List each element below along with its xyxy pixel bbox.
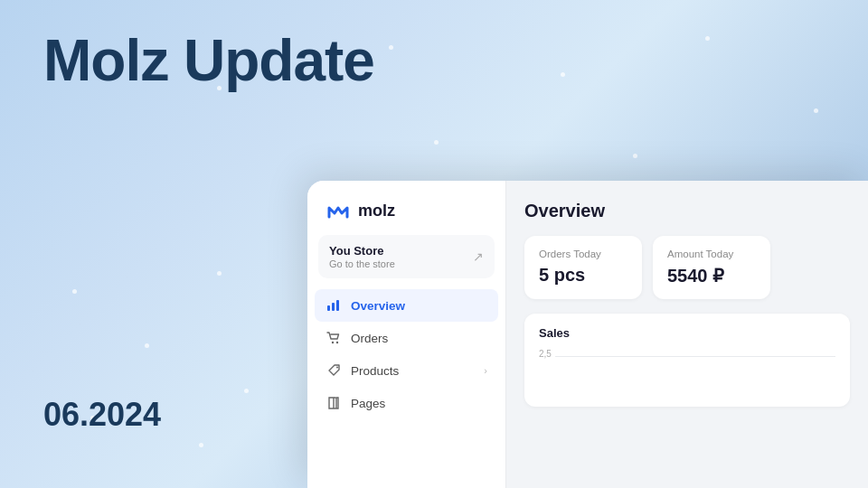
sales-section: Sales 2,5 xyxy=(524,314,850,407)
sidebar-item-overview[interactable]: Overview xyxy=(315,289,498,322)
sales-heading: Sales xyxy=(539,326,835,340)
bg-dot xyxy=(814,108,818,113)
pages-label: Pages xyxy=(351,397,385,410)
bg-dot xyxy=(145,343,149,348)
main-content: Overview Orders Today 5 pcs Amount Today… xyxy=(506,181,868,488)
store-name: You Store xyxy=(329,244,395,258)
bg-dot xyxy=(244,389,249,393)
orders-label: Orders xyxy=(351,332,388,345)
bg-dot xyxy=(217,271,222,276)
overview-label: Overview xyxy=(351,299,405,313)
svg-rect-1 xyxy=(332,303,335,311)
amount-today-card: Amount Today 5540 ₽ xyxy=(653,236,770,299)
svg-point-4 xyxy=(336,342,338,343)
cart-icon xyxy=(326,330,342,346)
sidebar-logo: molz xyxy=(307,181,505,235)
bg-dot xyxy=(389,45,393,50)
hero-title: Molz Update xyxy=(43,29,374,92)
products-label: Products xyxy=(351,364,399,378)
orders-today-value: 5 pcs xyxy=(539,265,627,286)
amount-today-value: 5540 ₽ xyxy=(667,265,756,286)
bg-dot xyxy=(199,443,203,447)
bg-dot xyxy=(561,72,565,77)
svg-point-3 xyxy=(332,342,334,343)
chart-y-label: 2,5 xyxy=(539,349,552,359)
orders-today-label: Orders Today xyxy=(539,249,627,259)
stats-row: Orders Today 5 pcs Amount Today 5540 ₽ xyxy=(524,236,850,299)
sidebar-item-pages[interactable]: Pages xyxy=(315,387,498,419)
chart-icon xyxy=(326,297,342,314)
amount-today-label: Amount Today xyxy=(667,249,756,259)
bg-dot xyxy=(705,36,710,41)
sidebar-item-products[interactable]: Products › xyxy=(315,354,498,387)
tag-icon xyxy=(326,362,342,379)
bg-dot xyxy=(434,140,439,145)
store-section[interactable]: You Store Go to the store ↗ xyxy=(318,235,495,278)
ui-card: molz You Store Go to the store ↗ xyxy=(307,181,868,488)
sidebar-item-orders[interactable]: Orders xyxy=(315,322,498,354)
products-chevron-icon: › xyxy=(484,365,487,376)
svg-rect-2 xyxy=(336,300,339,311)
chart-line xyxy=(555,356,835,357)
sidebar: molz You Store Go to the store ↗ xyxy=(307,181,506,488)
store-subtitle: Go to the store xyxy=(329,258,395,269)
nav-items: Overview Orders xyxy=(307,286,505,423)
external-link-icon: ↗ xyxy=(473,249,484,264)
bg-dot xyxy=(72,289,77,294)
overview-heading: Overview xyxy=(524,201,850,221)
hero-date: 06.2024 xyxy=(43,396,161,434)
book-icon xyxy=(326,395,342,411)
svg-rect-0 xyxy=(327,305,330,311)
sales-chart: 2,5 xyxy=(539,349,835,394)
store-info: You Store Go to the store xyxy=(329,244,395,269)
logo-text: molz xyxy=(358,202,395,221)
svg-point-5 xyxy=(336,367,338,369)
orders-today-card: Orders Today 5 pcs xyxy=(524,236,642,299)
bg-dot xyxy=(633,154,637,158)
molz-logo-icon xyxy=(326,201,351,221)
